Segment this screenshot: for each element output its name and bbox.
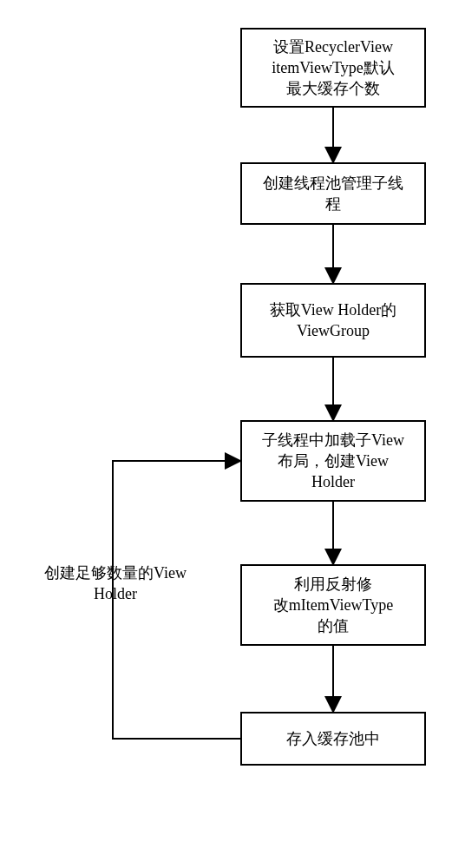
node-text: 获取View Holder的ViewGroup bbox=[270, 299, 396, 342]
node-text: 存入缓存池中 bbox=[286, 728, 380, 749]
node-load-view-holder: 子线程中加载子View布局，创建ViewHolder bbox=[240, 420, 426, 502]
flowchart-canvas: 设置RecyclerViewitemViewType默认最大缓存个数 创建线程池… bbox=[0, 0, 452, 868]
node-reflect-modify: 利用反射修改mItemViewType的值 bbox=[240, 564, 426, 646]
node-get-viewgroup: 获取View Holder的ViewGroup bbox=[240, 283, 426, 358]
loop-label: 创建足够数量的ViewHolder bbox=[24, 562, 206, 605]
loop-label-text: 创建足够数量的ViewHolder bbox=[44, 564, 187, 602]
node-store-cache-pool: 存入缓存池中 bbox=[240, 712, 426, 766]
node-text: 子线程中加载子View布局，创建ViewHolder bbox=[262, 430, 404, 493]
node-text: 利用反射修改mItemViewType的值 bbox=[273, 574, 394, 637]
node-text: 创建线程池管理子线程 bbox=[263, 173, 403, 215]
node-create-threadpool: 创建线程池管理子线程 bbox=[240, 162, 426, 225]
node-set-max-cache: 设置RecyclerViewitemViewType默认最大缓存个数 bbox=[240, 28, 426, 108]
node-text: 设置RecyclerViewitemViewType默认最大缓存个数 bbox=[272, 36, 395, 100]
